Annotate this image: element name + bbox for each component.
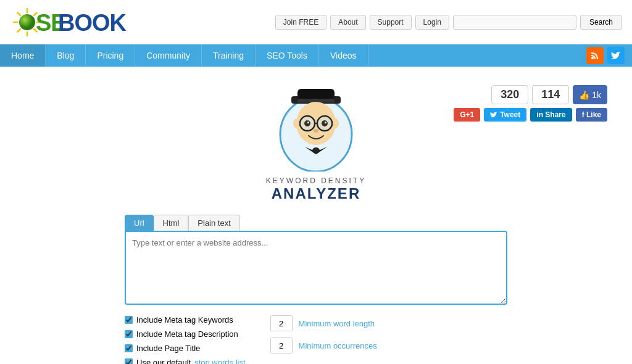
svg-point-8	[19, 14, 35, 30]
login-button[interactable]: Login	[415, 15, 449, 30]
main-content: KEYWORD DENSITY ANALYZER 320 114 👍 1k G+…	[0, 67, 632, 364]
tab-url[interactable]: Url	[125, 215, 154, 231]
action-row: G+1 Tweet in Share f Like	[454, 108, 607, 122]
svg-point-31	[312, 147, 320, 154]
hero-section: KEYWORD DENSITY ANALYZER 320 114 👍 1k G+…	[25, 79, 607, 202]
linkedin-button[interactable]: in Share	[530, 108, 572, 122]
header-right: Join FREE About Support Login Search	[275, 15, 622, 30]
nav-blog[interactable]: Blog	[46, 44, 86, 67]
rss-icon[interactable]	[586, 47, 604, 64]
join-button[interactable]: Join FREE	[275, 15, 326, 30]
nav-training[interactable]: Training	[202, 44, 256, 67]
number-inputs: Minimum word length Minimum occurrences	[270, 315, 377, 364]
stop-words-link[interactable]: stop words list	[194, 358, 245, 364]
like-icon: 👍	[579, 90, 589, 100]
tabs: Url Html Plain text	[125, 215, 507, 231]
nav-social	[586, 47, 632, 64]
nav: Home Blog Pricing Community Training SEO…	[0, 44, 632, 67]
like-count: 1k	[592, 90, 601, 100]
url-input-textarea[interactable]	[125, 231, 507, 305]
page-title-checkbox[interactable]	[125, 344, 133, 352]
tab-plain-text[interactable]: Plain text	[188, 215, 239, 231]
tweet-button[interactable]: Tweet	[484, 108, 526, 122]
min-word-length-label: Minimum word length	[299, 319, 375, 328]
logo-area: SE BOOK	[10, 5, 133, 39]
search-input[interactable]	[453, 15, 576, 30]
facebook-like-counter: 👍 1k	[573, 85, 607, 104]
tab-html[interactable]: Html	[154, 215, 189, 231]
checkboxes: Include Meta tag Keywords Include Meta t…	[125, 315, 246, 364]
tool-title: KEYWORD DENSITY ANALYZER	[266, 176, 366, 202]
svg-point-27	[325, 122, 326, 123]
stop-words-checkbox[interactable]	[125, 358, 133, 364]
tool-subtitle: KEYWORD DENSITY	[266, 176, 366, 185]
linkedin-counter: 114	[532, 85, 569, 104]
hero-logo: KEYWORD DENSITY ANALYZER	[266, 79, 366, 202]
tweet-label: Tweet	[500, 110, 520, 119]
nav-videos[interactable]: Videos	[319, 44, 368, 67]
social-counters: 320 114 👍 1k G+1 Tweet in Share f Like	[454, 85, 607, 122]
svg-line-7	[18, 13, 21, 16]
svg-point-11	[591, 57, 594, 59]
page-title-checkbox-row[interactable]: Include Page Title	[125, 344, 246, 353]
nav-pricing[interactable]: Pricing	[86, 44, 135, 67]
svg-point-28	[314, 129, 318, 133]
meta-description-label: Include Meta tag Description	[136, 329, 238, 339]
twitter-icon[interactable]	[607, 47, 625, 64]
gplus-counter: 320	[491, 85, 528, 104]
svg-point-30	[333, 118, 339, 128]
meta-keywords-checkbox[interactable]	[125, 316, 133, 324]
svg-line-5	[18, 29, 21, 32]
meta-description-checkbox[interactable]	[125, 330, 133, 338]
stop-words-prefix: Use our default	[136, 358, 191, 364]
svg-point-25	[322, 120, 328, 126]
options-area: Include Meta tag Keywords Include Meta t…	[125, 315, 507, 364]
gplus-button[interactable]: G+1	[454, 108, 480, 122]
meta-keywords-checkbox-row[interactable]: Include Meta tag Keywords	[125, 315, 246, 325]
nav-seo-tools[interactable]: SEO Tools	[256, 44, 319, 67]
about-button[interactable]: About	[330, 15, 365, 30]
min-occurrences-input[interactable]	[270, 337, 293, 354]
min-occurrences-label: Minimum occurrences	[299, 341, 377, 350]
counter-row: 320 114 👍 1k	[491, 85, 607, 104]
support-button[interactable]: Support	[370, 15, 412, 30]
svg-point-24	[304, 120, 310, 126]
svg-point-29	[293, 118, 299, 128]
stop-words-checkbox-row[interactable]: Use our default stop words list	[125, 358, 246, 364]
seo-book-logo: SE BOOK	[10, 5, 133, 39]
tool-area: Url Html Plain text Include Meta tag Key…	[125, 215, 507, 364]
svg-text:BOOK: BOOK	[58, 10, 127, 36]
min-word-length-input[interactable]	[270, 315, 293, 331]
min-occurrences-row: Minimum occurrences	[270, 337, 377, 354]
meta-description-checkbox-row[interactable]: Include Meta tag Description	[125, 329, 246, 339]
analyzer-mascot	[273, 79, 359, 172]
min-word-length-row: Minimum word length	[270, 315, 377, 331]
header: SE BOOK Join FREE About Support Login Se…	[0, 0, 632, 44]
meta-keywords-label: Include Meta tag Keywords	[136, 315, 233, 325]
nav-home[interactable]: Home	[0, 44, 46, 67]
page-title-label: Include Page Title	[136, 344, 200, 353]
facebook-button[interactable]: f Like	[576, 108, 607, 122]
svg-point-26	[307, 122, 309, 123]
nav-community[interactable]: Community	[135, 44, 202, 67]
tool-name: ANALYZER	[266, 185, 366, 202]
search-box: Search	[453, 15, 622, 30]
search-button[interactable]: Search	[580, 15, 622, 30]
